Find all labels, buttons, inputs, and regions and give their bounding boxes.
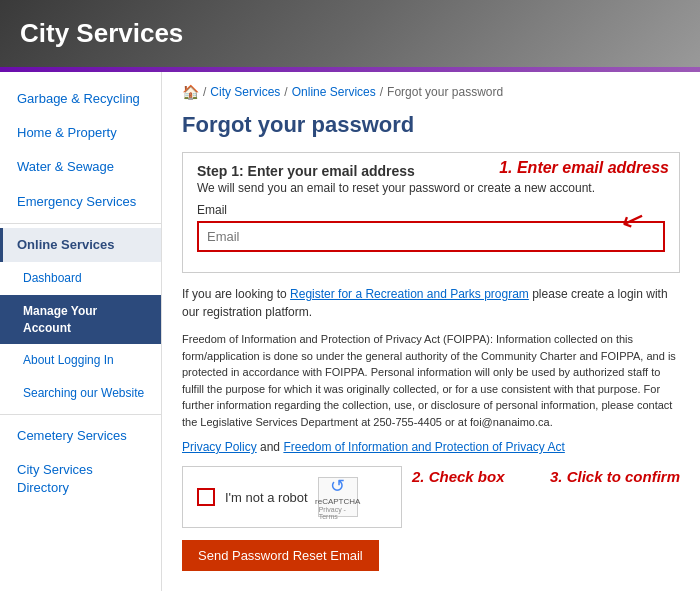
arrow-container: ↙	[197, 221, 665, 252]
recaptcha-logo: ↺ reCAPTCHA Privacy - Terms	[318, 477, 358, 517]
sidebar-item-garbage[interactable]: Garbage & Recycling	[0, 82, 161, 116]
breadcrumb-sep-2: /	[284, 85, 287, 99]
sidebar-item-searching[interactable]: Searching our Website	[0, 377, 161, 410]
email-label: Email	[197, 203, 665, 217]
policy-and: and	[257, 440, 284, 454]
recaptcha-terms: Privacy - Terms	[319, 506, 357, 520]
breadcrumb-city-services[interactable]: City Services	[210, 85, 280, 99]
register-prefix: If you are looking to	[182, 287, 290, 301]
sidebar-item-directory[interactable]: City Services Directory	[0, 453, 161, 505]
submit-button[interactable]: Send Password Reset Email	[182, 540, 379, 571]
page-title: Forgot your password	[182, 112, 680, 138]
sidebar-item-manage-account[interactable]: Manage Your Account	[0, 295, 161, 345]
step-desc: We will send you an email to reset your …	[197, 181, 665, 195]
privacy-policy-link[interactable]: Privacy Policy	[182, 440, 257, 454]
sidebar: Garbage & Recycling Home & Property Wate…	[0, 72, 162, 591]
not-robot-label: I'm not a robot	[225, 490, 308, 505]
not-robot-checkbox[interactable]	[197, 488, 215, 506]
breadcrumb-current: Forgot your password	[387, 85, 503, 99]
recaptcha-label: reCAPTCHA	[315, 497, 360, 506]
sidebar-item-online[interactable]: Online Services	[0, 228, 161, 262]
email-input[interactable]	[197, 221, 665, 252]
foippa-content: Freedom of Information and Protection of…	[182, 333, 676, 428]
sidebar-divider	[0, 223, 161, 224]
annotation-click-confirm: 3. Click to confirm	[550, 468, 680, 485]
annotation-check-box: 2. Check box	[412, 468, 505, 485]
header-title: City Services	[20, 18, 183, 49]
breadcrumb-sep-1: /	[203, 85, 206, 99]
sidebar-item-dashboard[interactable]: Dashboard	[0, 262, 161, 295]
register-text: If you are looking to Register for a Rec…	[182, 285, 680, 321]
step-header: Step 1: Enter your email address	[197, 163, 415, 179]
foippa-text: Freedom of Information and Protection of…	[182, 331, 680, 430]
breadcrumb-sep-3: /	[380, 85, 383, 99]
layout: Garbage & Recycling Home & Property Wate…	[0, 72, 700, 591]
sidebar-item-cemetery[interactable]: Cemetery Services	[0, 419, 161, 453]
captcha-row: I'm not a robot ↺ reCAPTCHA Privacy - Te…	[182, 466, 680, 528]
policy-links: Privacy Policy and Freedom of Informatio…	[182, 440, 680, 454]
sidebar-item-about-login[interactable]: About Logging In	[0, 344, 161, 377]
recaptcha-symbol: ↺	[330, 475, 345, 497]
main-content: 🏠 / City Services / Online Services / Fo…	[162, 72, 700, 591]
breadcrumb-online-services[interactable]: Online Services	[292, 85, 376, 99]
captcha-box: I'm not a robot ↺ reCAPTCHA Privacy - Te…	[182, 466, 402, 528]
step-annotation: 1. Enter email address	[499, 159, 669, 177]
sidebar-item-home-property[interactable]: Home & Property	[0, 116, 161, 150]
step-box: Step 1: Enter your email address 1. Ente…	[182, 152, 680, 273]
header: City Services	[0, 0, 700, 67]
breadcrumb: 🏠 / City Services / Online Services / Fo…	[182, 84, 680, 100]
home-icon[interactable]: 🏠	[182, 84, 199, 100]
sidebar-item-emergency[interactable]: Emergency Services	[0, 185, 161, 219]
sidebar-divider-2	[0, 414, 161, 415]
sidebar-item-water[interactable]: Water & Sewage	[0, 150, 161, 184]
register-link[interactable]: Register for a Recreation and Parks prog…	[290, 287, 529, 301]
freedom-link[interactable]: Freedom of Information and Protection of…	[283, 440, 564, 454]
